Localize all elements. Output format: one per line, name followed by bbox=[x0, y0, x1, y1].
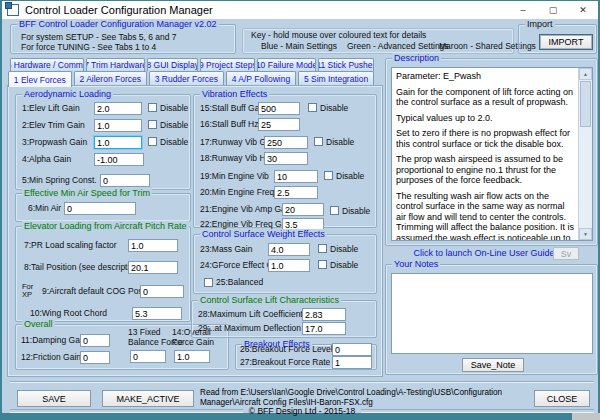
gforce-disable-checkbox[interactable] bbox=[318, 260, 327, 269]
description-scrollbar[interactable]: ▲ ▼ bbox=[578, 68, 592, 240]
footer-separator bbox=[10, 381, 594, 383]
app-info-group: BFF Control Loader Configuration Manager… bbox=[10, 24, 236, 54]
tab-failure-mode[interactable]: 10 Failure Mode bbox=[257, 58, 315, 71]
vibration-title: Vibration Effects bbox=[200, 89, 269, 100]
tab-trim-hardware[interactable]: 7 Trim Hardware bbox=[86, 58, 145, 71]
elev-lift-gain-input[interactable] bbox=[94, 102, 142, 115]
close-icon[interactable]: ✕ bbox=[568, 2, 598, 18]
tab-stick-pusher[interactable]: 11 Stick Pusher bbox=[318, 58, 374, 71]
elev-trim-disable-checkbox[interactable] bbox=[148, 120, 157, 129]
stall-buff-gain-input[interactable] bbox=[258, 102, 300, 115]
stall-buff-disable-checkbox[interactable] bbox=[308, 103, 317, 112]
engine-vib-amp-gain-input[interactable] bbox=[282, 203, 324, 216]
disable-label: Disable bbox=[342, 206, 370, 217]
aero-title: Aerodynamic Loading bbox=[22, 89, 113, 100]
breakout-force-level-input[interactable] bbox=[332, 343, 372, 356]
stall-buff-hz-input[interactable] bbox=[258, 118, 300, 131]
import-button[interactable]: IMPORT bbox=[539, 34, 593, 50]
friction-gain-input[interactable] bbox=[80, 351, 110, 364]
tab-elev-forces[interactable]: 1 Elev Forces bbox=[8, 71, 72, 87]
tab-ap-following[interactable]: 4 A/P Following bbox=[226, 71, 296, 86]
description-textbox: Parameter: E_Pwash Gain for the componen… bbox=[391, 67, 593, 241]
tab-hardware-comms[interactable]: 6 Hardware / Comms bbox=[10, 58, 84, 71]
breakout-force-rate-input[interactable] bbox=[332, 356, 372, 369]
min-engine-freq-label: 20:Min Engine Freq bbox=[200, 187, 274, 198]
description-title: Description bbox=[392, 53, 441, 64]
tab-project-steps[interactable]: 9 Project Steps bbox=[200, 58, 255, 71]
overall-force-gain-input[interactable] bbox=[174, 350, 210, 363]
elev-lift-gain-label: 1:Elev Lift Gain bbox=[22, 103, 80, 114]
weight-effects-group: Control Surface Weight Effects 23:Mass G… bbox=[193, 234, 377, 294]
min-air-speed-input[interactable] bbox=[64, 202, 136, 215]
description-group: Description Parameter: E_Pwash Gain for … bbox=[385, 58, 598, 246]
save-note-button[interactable]: Save_Note bbox=[462, 358, 524, 372]
minimize-icon[interactable]: – bbox=[508, 2, 538, 18]
runway-vib-hz-label: 18:Runway Vib Hz bbox=[200, 153, 270, 164]
mass-gain-disable-checkbox[interactable] bbox=[318, 244, 327, 253]
key-panel: Key - hold mouse over coloured text for … bbox=[242, 28, 514, 54]
alpha-gain-input[interactable] bbox=[94, 153, 144, 166]
disable-label: Disable bbox=[330, 260, 358, 271]
scrollbar-thumb[interactable] bbox=[580, 81, 591, 127]
alpha-gain-label: 4:Alpha Gain bbox=[22, 154, 71, 165]
sv-button[interactable]: Sv bbox=[553, 247, 579, 260]
runway-vib-hz-input[interactable] bbox=[264, 152, 308, 165]
key-title: Key - hold mouse over coloured text for … bbox=[251, 30, 426, 41]
copyright-row: © BFF Design Ltd - 2015-18 bbox=[10, 405, 594, 417]
min-engine-freq-input[interactable] bbox=[274, 186, 318, 199]
app-window: Control Loader Configuration Manager – ▢… bbox=[0, 0, 600, 420]
max-deflection-input[interactable] bbox=[302, 322, 346, 335]
max-deflection-label: 29:..at Maximum Deflection bbox=[198, 323, 301, 334]
tab-gui-display[interactable]: 8 GUI Display bbox=[147, 58, 198, 71]
mass-gain-input[interactable] bbox=[268, 243, 310, 256]
propwash-disable-checkbox[interactable] bbox=[148, 137, 157, 146]
notes-textarea[interactable] bbox=[391, 273, 593, 354]
fixed-balance-force-input[interactable] bbox=[130, 350, 166, 363]
scroll-down-icon[interactable]: ▼ bbox=[579, 228, 592, 240]
tab-row-lower: 1 Elev Forces 2 Aileron Forces 3 Rudder … bbox=[8, 71, 374, 86]
disable-label: Disable bbox=[330, 244, 358, 255]
tab-aileron-forces[interactable]: 2 Aileron Forces bbox=[74, 71, 147, 86]
maximize-icon[interactable]: ▢ bbox=[538, 2, 568, 18]
copyright-text: © BFF Design Ltd - 2015-18 bbox=[249, 406, 355, 416]
propwash-gain-input[interactable] bbox=[94, 136, 142, 149]
balanced-checkbox[interactable] bbox=[204, 278, 213, 287]
tab-rudder-forces[interactable]: 3 Rudder Forces bbox=[149, 71, 224, 86]
min-spring-const-input[interactable] bbox=[100, 174, 150, 187]
tuning-hint: For force TUNING - See Tabs 1 to 4 bbox=[21, 42, 156, 53]
pitch-rate-title: Elevator Loading from Aircraft Pitch Rat… bbox=[22, 221, 189, 232]
pr-load-scaling-label: 7:PR Load scaling factor bbox=[24, 240, 117, 251]
balanced-label: 25:Balanced bbox=[216, 277, 263, 288]
import-label: Import bbox=[525, 19, 555, 30]
propwash-gain-label: 3:Propwash Gain bbox=[22, 137, 87, 148]
description-text: Parameter: E_Pwash Gain for the componen… bbox=[396, 71, 576, 241]
engine-vib-disable-checkbox[interactable] bbox=[330, 206, 339, 215]
disable-label: Disable bbox=[326, 137, 354, 148]
tail-position-input[interactable] bbox=[128, 261, 178, 274]
notes-title: Your Notes bbox=[392, 259, 440, 270]
scroll-up-icon[interactable]: ▲ bbox=[579, 68, 592, 80]
min-engine-vib-input[interactable] bbox=[274, 170, 318, 183]
runway-vib-gain-input[interactable] bbox=[264, 136, 308, 149]
window-title: Control Loader Configuration Manager bbox=[25, 4, 213, 16]
elev-lift-disable-checkbox[interactable] bbox=[148, 103, 157, 112]
user-guide-link[interactable]: Click to launch On-Line User Guide bbox=[406, 248, 562, 258]
friction-gain-label: 12:Friction Gain bbox=[21, 352, 81, 363]
wing-root-chord-input[interactable] bbox=[132, 307, 182, 320]
min-engine-vib-label: 19:Min Engine Vib bbox=[200, 171, 269, 182]
runway-vib-disable-checkbox[interactable] bbox=[314, 137, 323, 146]
elev-trim-gain-input[interactable] bbox=[94, 119, 142, 132]
damping-gain-label: 11:Damping Gain bbox=[21, 335, 87, 346]
pitch-rate-group: Elevator Loading from Aircraft Pitch Rat… bbox=[15, 226, 191, 322]
gforce-effect-gain-input[interactable] bbox=[268, 259, 310, 272]
damping-gain-input[interactable] bbox=[80, 334, 110, 347]
pr-load-scaling-input[interactable] bbox=[128, 239, 178, 252]
max-lift-coefficient-label: 28:Maximum Lift Coefficient bbox=[198, 309, 303, 320]
default-cog-input[interactable] bbox=[140, 285, 184, 298]
max-lift-coefficient-input[interactable] bbox=[302, 308, 346, 321]
min-engine-vib-disable-checkbox[interactable] bbox=[324, 171, 333, 180]
notes-group: Your Notes Save_Note bbox=[385, 264, 598, 375]
min-spring-const-label: 5:Min Spring Const. bbox=[22, 175, 97, 186]
tab-sim-integration[interactable]: 5 Sim Integration bbox=[298, 71, 374, 86]
vibration-effects-group: Vibration Effects 15:Stall Buff Gain Dis… bbox=[193, 94, 377, 228]
